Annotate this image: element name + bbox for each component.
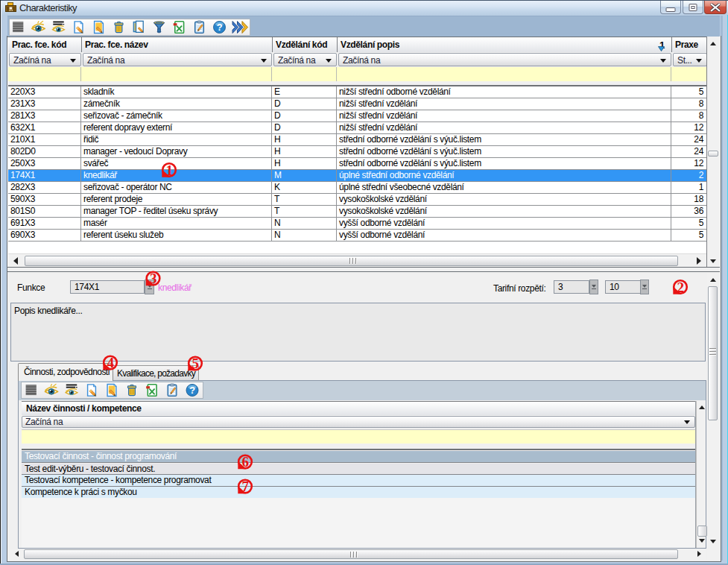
svg-text:1: 1 (165, 162, 172, 178)
svg-text:6: 6 (241, 454, 248, 470)
svg-text:4: 4 (107, 355, 114, 370)
svg-text:2: 2 (677, 280, 683, 295)
svg-text:3: 3 (150, 271, 156, 286)
svg-text:7: 7 (241, 479, 249, 494)
svg-text:5: 5 (192, 356, 198, 371)
